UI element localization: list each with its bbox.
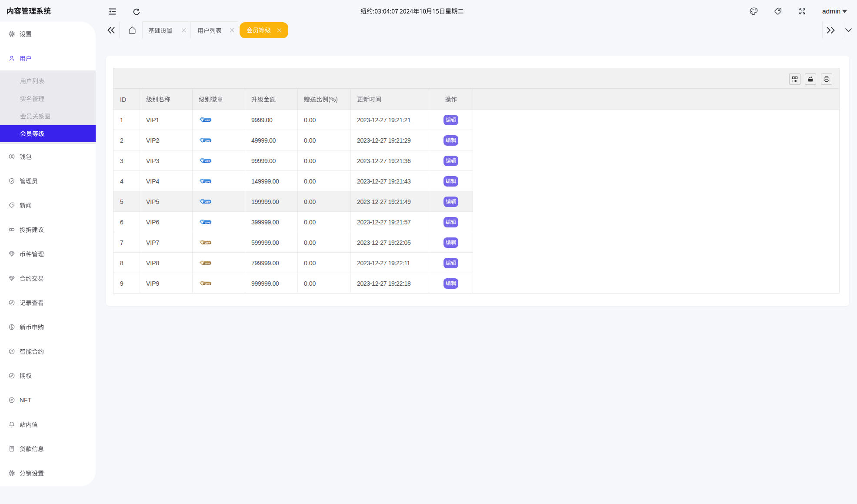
svg-text:VIP2: VIP2 xyxy=(204,140,210,142)
svg-text:VIP7: VIP7 xyxy=(204,242,210,244)
svg-text:VIP9: VIP9 xyxy=(204,283,210,285)
svg-text:VIP6: VIP6 xyxy=(204,221,210,224)
svg-text:VIP3: VIP3 xyxy=(204,160,210,163)
svg-text:VIP4: VIP4 xyxy=(204,180,210,183)
svg-text:VIP8: VIP8 xyxy=(204,262,210,265)
svg-text:VIP5: VIP5 xyxy=(204,201,210,204)
svg-text:VIP1: VIP1 xyxy=(204,119,210,122)
